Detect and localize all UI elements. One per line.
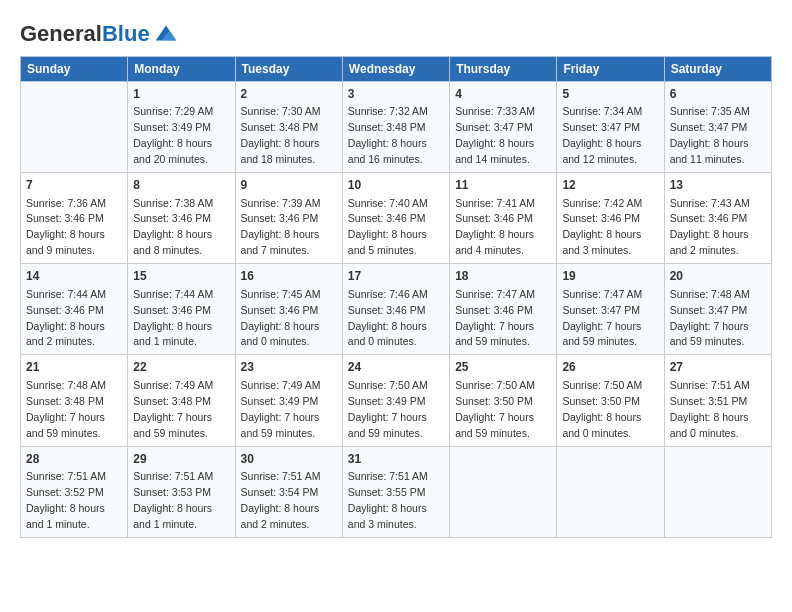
- calendar-cell: 13Sunrise: 7:43 AM Sunset: 3:46 PM Dayli…: [664, 173, 771, 264]
- calendar-cell: 7Sunrise: 7:36 AM Sunset: 3:46 PM Daylig…: [21, 173, 128, 264]
- calendar-cell: 10Sunrise: 7:40 AM Sunset: 3:46 PM Dayli…: [342, 173, 449, 264]
- calendar-cell: 14Sunrise: 7:44 AM Sunset: 3:46 PM Dayli…: [21, 264, 128, 355]
- day-number: 29: [133, 451, 229, 468]
- calendar-cell: 27Sunrise: 7:51 AM Sunset: 3:51 PM Dayli…: [664, 355, 771, 446]
- day-info: Sunrise: 7:47 AM Sunset: 3:46 PM Dayligh…: [455, 288, 535, 348]
- calendar-cell: 2Sunrise: 7:30 AM Sunset: 3:48 PM Daylig…: [235, 82, 342, 173]
- calendar-cell: 22Sunrise: 7:49 AM Sunset: 3:48 PM Dayli…: [128, 355, 235, 446]
- logo-icon: [152, 20, 180, 48]
- day-info: Sunrise: 7:45 AM Sunset: 3:46 PM Dayligh…: [241, 288, 321, 348]
- calendar-body: 1Sunrise: 7:29 AM Sunset: 3:49 PM Daylig…: [21, 82, 772, 538]
- calendar-week-row: 14Sunrise: 7:44 AM Sunset: 3:46 PM Dayli…: [21, 264, 772, 355]
- logo-blue: Blue: [102, 21, 150, 46]
- calendar-cell: 12Sunrise: 7:42 AM Sunset: 3:46 PM Dayli…: [557, 173, 664, 264]
- calendar-cell: 29Sunrise: 7:51 AM Sunset: 3:53 PM Dayli…: [128, 446, 235, 537]
- day-number: 10: [348, 177, 444, 194]
- calendar-cell: 25Sunrise: 7:50 AM Sunset: 3:50 PM Dayli…: [450, 355, 557, 446]
- calendar-cell: 23Sunrise: 7:49 AM Sunset: 3:49 PM Dayli…: [235, 355, 342, 446]
- day-number: 3: [348, 86, 444, 103]
- day-number: 9: [241, 177, 337, 194]
- day-number: 31: [348, 451, 444, 468]
- day-info: Sunrise: 7:51 AM Sunset: 3:55 PM Dayligh…: [348, 470, 428, 530]
- day-number: 26: [562, 359, 658, 376]
- logo-text: GeneralBlue: [20, 23, 150, 45]
- day-info: Sunrise: 7:50 AM Sunset: 3:49 PM Dayligh…: [348, 379, 428, 439]
- calendar-cell: 28Sunrise: 7:51 AM Sunset: 3:52 PM Dayli…: [21, 446, 128, 537]
- day-number: 18: [455, 268, 551, 285]
- day-info: Sunrise: 7:51 AM Sunset: 3:51 PM Dayligh…: [670, 379, 750, 439]
- calendar-page: GeneralBlue SundayMondayTuesdayWednesday…: [0, 0, 792, 612]
- day-number: 14: [26, 268, 122, 285]
- weekday-header-monday: Monday: [128, 57, 235, 82]
- calendar-cell: 20Sunrise: 7:48 AM Sunset: 3:47 PM Dayli…: [664, 264, 771, 355]
- day-info: Sunrise: 7:32 AM Sunset: 3:48 PM Dayligh…: [348, 105, 428, 165]
- day-info: Sunrise: 7:29 AM Sunset: 3:49 PM Dayligh…: [133, 105, 213, 165]
- day-number: 19: [562, 268, 658, 285]
- day-info: Sunrise: 7:40 AM Sunset: 3:46 PM Dayligh…: [348, 197, 428, 257]
- day-number: 12: [562, 177, 658, 194]
- day-number: 2: [241, 86, 337, 103]
- calendar-cell: 5Sunrise: 7:34 AM Sunset: 3:47 PM Daylig…: [557, 82, 664, 173]
- day-info: Sunrise: 7:49 AM Sunset: 3:49 PM Dayligh…: [241, 379, 321, 439]
- day-info: Sunrise: 7:44 AM Sunset: 3:46 PM Dayligh…: [26, 288, 106, 348]
- calendar-cell: 6Sunrise: 7:35 AM Sunset: 3:47 PM Daylig…: [664, 82, 771, 173]
- calendar-cell: [664, 446, 771, 537]
- calendar-cell: [21, 82, 128, 173]
- calendar-cell: [450, 446, 557, 537]
- day-info: Sunrise: 7:50 AM Sunset: 3:50 PM Dayligh…: [562, 379, 642, 439]
- weekday-header-row: SundayMondayTuesdayWednesdayThursdayFrid…: [21, 57, 772, 82]
- day-number: 22: [133, 359, 229, 376]
- calendar-cell: 3Sunrise: 7:32 AM Sunset: 3:48 PM Daylig…: [342, 82, 449, 173]
- calendar-cell: 19Sunrise: 7:47 AM Sunset: 3:47 PM Dayli…: [557, 264, 664, 355]
- day-number: 11: [455, 177, 551, 194]
- day-info: Sunrise: 7:33 AM Sunset: 3:47 PM Dayligh…: [455, 105, 535, 165]
- calendar-week-row: 21Sunrise: 7:48 AM Sunset: 3:48 PM Dayli…: [21, 355, 772, 446]
- calendar-table: SundayMondayTuesdayWednesdayThursdayFrid…: [20, 56, 772, 538]
- calendar-cell: [557, 446, 664, 537]
- day-info: Sunrise: 7:51 AM Sunset: 3:53 PM Dayligh…: [133, 470, 213, 530]
- day-info: Sunrise: 7:48 AM Sunset: 3:47 PM Dayligh…: [670, 288, 750, 348]
- day-info: Sunrise: 7:36 AM Sunset: 3:46 PM Dayligh…: [26, 197, 106, 257]
- calendar-week-row: 28Sunrise: 7:51 AM Sunset: 3:52 PM Dayli…: [21, 446, 772, 537]
- day-info: Sunrise: 7:39 AM Sunset: 3:46 PM Dayligh…: [241, 197, 321, 257]
- day-number: 7: [26, 177, 122, 194]
- day-info: Sunrise: 7:34 AM Sunset: 3:47 PM Dayligh…: [562, 105, 642, 165]
- calendar-cell: 17Sunrise: 7:46 AM Sunset: 3:46 PM Dayli…: [342, 264, 449, 355]
- day-info: Sunrise: 7:35 AM Sunset: 3:47 PM Dayligh…: [670, 105, 750, 165]
- day-number: 16: [241, 268, 337, 285]
- day-info: Sunrise: 7:50 AM Sunset: 3:50 PM Dayligh…: [455, 379, 535, 439]
- weekday-header-friday: Friday: [557, 57, 664, 82]
- calendar-cell: 24Sunrise: 7:50 AM Sunset: 3:49 PM Dayli…: [342, 355, 449, 446]
- day-number: 15: [133, 268, 229, 285]
- day-info: Sunrise: 7:44 AM Sunset: 3:46 PM Dayligh…: [133, 288, 213, 348]
- day-number: 30: [241, 451, 337, 468]
- day-number: 23: [241, 359, 337, 376]
- calendar-cell: 26Sunrise: 7:50 AM Sunset: 3:50 PM Dayli…: [557, 355, 664, 446]
- day-number: 4: [455, 86, 551, 103]
- calendar-cell: 18Sunrise: 7:47 AM Sunset: 3:46 PM Dayli…: [450, 264, 557, 355]
- day-number: 28: [26, 451, 122, 468]
- calendar-cell: 4Sunrise: 7:33 AM Sunset: 3:47 PM Daylig…: [450, 82, 557, 173]
- day-number: 13: [670, 177, 766, 194]
- day-number: 5: [562, 86, 658, 103]
- day-number: 25: [455, 359, 551, 376]
- day-info: Sunrise: 7:41 AM Sunset: 3:46 PM Dayligh…: [455, 197, 535, 257]
- weekday-header-wednesday: Wednesday: [342, 57, 449, 82]
- calendar-cell: 8Sunrise: 7:38 AM Sunset: 3:46 PM Daylig…: [128, 173, 235, 264]
- calendar-cell: 30Sunrise: 7:51 AM Sunset: 3:54 PM Dayli…: [235, 446, 342, 537]
- calendar-cell: 9Sunrise: 7:39 AM Sunset: 3:46 PM Daylig…: [235, 173, 342, 264]
- day-info: Sunrise: 7:46 AM Sunset: 3:46 PM Dayligh…: [348, 288, 428, 348]
- calendar-cell: 1Sunrise: 7:29 AM Sunset: 3:49 PM Daylig…: [128, 82, 235, 173]
- calendar-cell: 15Sunrise: 7:44 AM Sunset: 3:46 PM Dayli…: [128, 264, 235, 355]
- calendar-cell: 31Sunrise: 7:51 AM Sunset: 3:55 PM Dayli…: [342, 446, 449, 537]
- weekday-header-saturday: Saturday: [664, 57, 771, 82]
- calendar-week-row: 7Sunrise: 7:36 AM Sunset: 3:46 PM Daylig…: [21, 173, 772, 264]
- day-number: 17: [348, 268, 444, 285]
- day-number: 24: [348, 359, 444, 376]
- logo-general: General: [20, 21, 102, 46]
- weekday-header-sunday: Sunday: [21, 57, 128, 82]
- day-number: 6: [670, 86, 766, 103]
- weekday-header-tuesday: Tuesday: [235, 57, 342, 82]
- day-number: 20: [670, 268, 766, 285]
- header: GeneralBlue: [20, 16, 772, 48]
